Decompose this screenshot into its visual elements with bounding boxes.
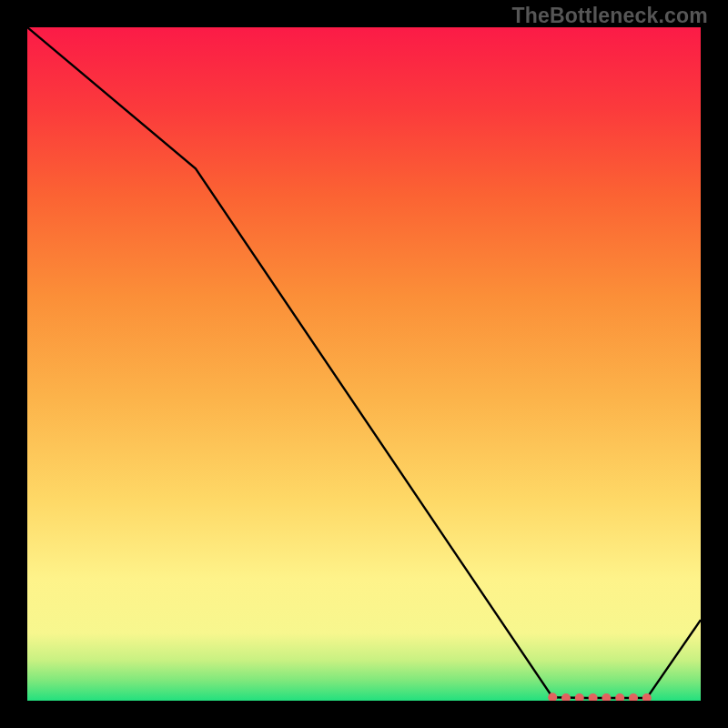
- data-marker: [561, 693, 571, 701]
- data-marker: [575, 693, 584, 701]
- watermark-text: TheBottleneck.com: [511, 4, 708, 28]
- data-marker: [615, 693, 624, 701]
- data-marker: [589, 693, 598, 701]
- data-line: [27, 27, 701, 698]
- chart-frame: TheBottleneck.com: [0, 0, 728, 728]
- data-marker: [602, 693, 611, 701]
- data-marker: [629, 693, 638, 701]
- plot-area: [27, 27, 701, 701]
- data-markers: [548, 693, 652, 701]
- plot-curve-layer: [27, 27, 701, 701]
